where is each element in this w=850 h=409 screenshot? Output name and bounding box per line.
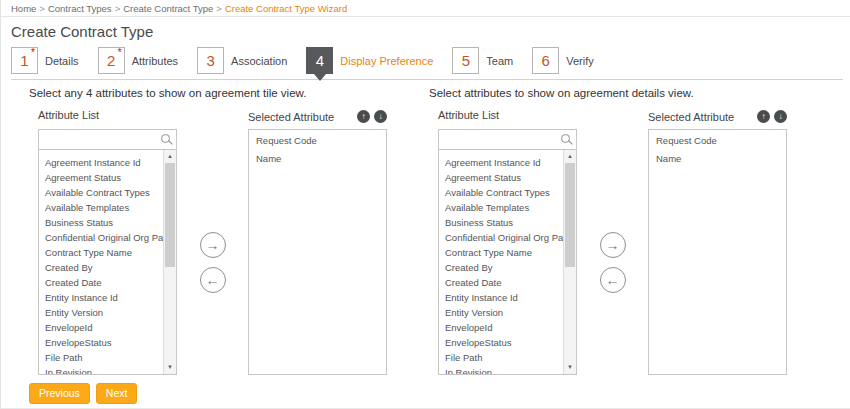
app-window: Home>Contract Types>Create Contract Type… xyxy=(0,0,850,409)
selected-attribute-list: Request CodeName xyxy=(648,129,787,375)
attribute-list-item[interactable]: Confidential Original Org Path Id xyxy=(439,230,563,245)
steps-divider xyxy=(11,79,843,80)
step-label: Team xyxy=(486,55,513,67)
step-number: 2 xyxy=(107,52,115,69)
attribute-list-item[interactable]: Agreement Status xyxy=(439,170,563,185)
wizard-step-display-preference[interactable]: 4 Display Preference xyxy=(306,47,433,74)
selected-attribute-label: Selected Attribute xyxy=(648,111,734,123)
attribute-list-item[interactable]: Available Templates xyxy=(439,200,563,215)
attribute-list-column: Attribute List Agreement Instance IdAgre… xyxy=(438,109,577,375)
selected-list-item[interactable]: Name xyxy=(649,150,786,168)
selected-list-item[interactable]: Name xyxy=(249,150,386,168)
next-button[interactable]: Next xyxy=(96,383,138,404)
attribute-list-item[interactable]: EnvelopeStatus xyxy=(439,335,563,350)
selected-label-row: Selected Attribute ↑ ↓ xyxy=(648,109,787,124)
wizard-step-attributes[interactable]: 2 * Attributes xyxy=(98,47,178,74)
selected-list-item[interactable]: Request Code xyxy=(249,132,386,150)
panel-body: Attribute List Agreement Instance IdAgre… xyxy=(429,109,829,375)
wizard-steps: 1 * Details 2 * Attributes 3 Association xyxy=(1,47,850,74)
move-left-button[interactable]: ← xyxy=(200,267,226,293)
attribute-list-item[interactable]: EnvelopeStatus xyxy=(39,335,163,350)
move-buttons-column: → ← xyxy=(177,109,248,375)
wizard-step-association[interactable]: 3 Association xyxy=(197,47,287,74)
attribute-list-item[interactable]: Entity Version xyxy=(39,305,163,320)
attribute-list-item[interactable]: EnvelopeId xyxy=(439,320,563,335)
breadcrumb-home[interactable]: Home xyxy=(11,3,36,14)
selected-list-item[interactable]: Request Code xyxy=(649,132,786,150)
move-up-button[interactable]: ↑ xyxy=(757,110,770,123)
search-icon[interactable] xyxy=(161,134,170,143)
scrollbar[interactable]: ▲ ▼ xyxy=(563,150,576,374)
attribute-list-item[interactable]: Agreement Status xyxy=(39,170,163,185)
attribute-list-item[interactable]: Entity Instance Id xyxy=(439,290,563,305)
selected-attribute-column: Selected Attribute ↑ ↓ Request CodeName xyxy=(248,109,387,375)
attribute-list-column: Attribute List Agreement Instance IdAgre… xyxy=(38,109,177,375)
attribute-list-item[interactable]: Available Contract Types xyxy=(439,185,563,200)
details-view-panel: Select attributes to show on agreement d… xyxy=(429,87,829,375)
attribute-list-item[interactable]: Business Status xyxy=(439,215,563,230)
scroll-down-icon[interactable]: ▼ xyxy=(164,361,176,374)
attribute-list-item[interactable]: Created Date xyxy=(39,275,163,290)
selected-attribute-column: Selected Attribute ↑ ↓ Request CodeName xyxy=(648,109,787,375)
wizard-step-verify[interactable]: 6 Verify xyxy=(532,47,594,74)
attribute-list-item[interactable]: In Revision xyxy=(39,365,163,374)
attribute-list-item[interactable]: Created By xyxy=(439,260,563,275)
move-up-button[interactable]: ↑ xyxy=(357,110,370,123)
breadcrumb-create-contract-type[interactable]: Create Contract Type xyxy=(123,3,213,14)
move-right-button[interactable]: → xyxy=(200,232,226,258)
step-number: 1 xyxy=(20,52,28,69)
scroll-down-icon[interactable]: ▼ xyxy=(564,361,576,374)
attribute-list-item[interactable]: File Path xyxy=(439,350,563,365)
page-title: Create Contract Type xyxy=(11,23,850,40)
attribute-list-wrap: Agreement Instance IdAgreement StatusAva… xyxy=(39,150,176,374)
breadcrumb: Home>Contract Types>Create Contract Type… xyxy=(1,0,850,17)
attribute-list-item[interactable]: Agreement Instance Id xyxy=(39,155,163,170)
attribute-list-item[interactable]: Created By xyxy=(39,260,163,275)
attribute-list-item[interactable]: Contract Type Name xyxy=(39,245,163,260)
attribute-list-item[interactable]: Entity Instance Id xyxy=(39,290,163,305)
breadcrumb-contract-types[interactable]: Contract Types xyxy=(48,3,112,14)
attribute-list-item[interactable]: Available Templates xyxy=(39,200,163,215)
wizard-step-team[interactable]: 5 Team xyxy=(452,47,513,74)
attribute-list-item[interactable]: File Path xyxy=(39,350,163,365)
step-number: 5 xyxy=(462,52,470,69)
attribute-list-item[interactable]: Available Contract Types xyxy=(39,185,163,200)
breadcrumb-current: Create Contract Type Wizard xyxy=(225,3,347,14)
attribute-search-input[interactable] xyxy=(439,131,576,150)
move-down-button[interactable]: ↓ xyxy=(374,110,387,123)
attribute-search-row xyxy=(39,130,176,150)
panel-body: Attribute List Agreement Instance IdAgre… xyxy=(29,109,429,375)
move-down-button[interactable]: ↓ xyxy=(774,110,787,123)
attribute-list-item[interactable]: Entity Version xyxy=(439,305,563,320)
selected-label-row: Selected Attribute ↑ ↓ xyxy=(248,109,387,124)
panel-heading: Select attributes to show on agreement d… xyxy=(429,87,829,99)
attribute-list-item[interactable]: Contract Type Name xyxy=(439,245,563,260)
scrollbar[interactable]: ▲ ▼ xyxy=(163,150,176,374)
step-number-box: 1 * xyxy=(11,47,38,74)
previous-button[interactable]: Previous xyxy=(29,383,90,404)
attribute-list-item[interactable]: Business Status xyxy=(39,215,163,230)
reorder-buttons: ↑ ↓ xyxy=(357,110,387,123)
scrollbar-thumb[interactable] xyxy=(165,163,175,267)
move-left-button[interactable]: ← xyxy=(600,267,626,293)
attribute-list-item[interactable]: Created Date xyxy=(439,275,563,290)
attribute-list-item[interactable]: Agreement Instance Id xyxy=(439,155,563,170)
scroll-up-icon[interactable]: ▲ xyxy=(164,150,176,163)
selected-attribute-label: Selected Attribute xyxy=(248,111,334,123)
step-number-box: 6 xyxy=(532,47,559,74)
search-icon[interactable] xyxy=(561,134,570,143)
attribute-search-input[interactable] xyxy=(39,131,176,150)
step-number-box: 2 * xyxy=(98,47,125,74)
step-number-box: 5 xyxy=(452,47,479,74)
attribute-list-item[interactable]: EnvelopeId xyxy=(39,320,163,335)
move-right-button[interactable]: → xyxy=(600,232,626,258)
step-number: 6 xyxy=(542,52,550,69)
scroll-up-icon[interactable]: ▲ xyxy=(564,150,576,163)
wizard-step-details[interactable]: 1 * Details xyxy=(11,47,79,74)
step-label: Verify xyxy=(566,55,594,67)
attribute-list-item[interactable]: In Revision xyxy=(439,365,563,374)
scrollbar-thumb[interactable] xyxy=(565,163,575,267)
attribute-list-item[interactable]: Confidential Original Org Path Id xyxy=(39,230,163,245)
attribute-list: Agreement Instance IdAgreement StatusAva… xyxy=(439,150,563,374)
attribute-search-row xyxy=(439,130,576,150)
